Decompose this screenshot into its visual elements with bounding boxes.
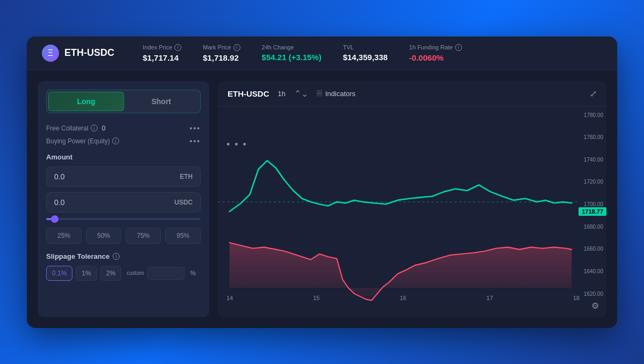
mark-price-stat: Mark Price i $1,718.92 bbox=[203, 44, 240, 62]
pct-75-button[interactable]: 75% bbox=[126, 228, 161, 244]
mark-price-value: $1,718.92 bbox=[203, 53, 240, 62]
index-price-info-icon[interactable]: i bbox=[174, 44, 181, 51]
chart-timeframe[interactable]: 1h bbox=[278, 90, 286, 98]
y-label-1700: 1700.00 bbox=[584, 201, 603, 207]
slippage-info-icon[interactable]: i bbox=[113, 253, 120, 260]
buying-power-row: Buying Power (Equity) i ••• bbox=[46, 137, 201, 145]
slippage-options: 0.1% 1% 2% bbox=[46, 266, 121, 281]
chart-pair: ETH-USDC bbox=[228, 89, 269, 98]
chart-body: • • • bbox=[218, 107, 606, 316]
change-stat: 24h Change $54.21 (+3.15%) bbox=[262, 44, 321, 62]
buying-power-menu[interactable]: ••• bbox=[189, 137, 201, 145]
x-label-16: 16 bbox=[400, 295, 406, 301]
funding-stat: 1h Funding Rate i -0.0060% bbox=[409, 44, 462, 62]
change-label: 24h Change bbox=[262, 44, 321, 50]
x-axis: 14 15 16 17 18 bbox=[226, 295, 580, 301]
slippage-section: Slippage Tolerance i 0.1% 1% 2% custom % bbox=[46, 252, 201, 281]
y-label-1620: 1620.00 bbox=[584, 291, 603, 297]
chart-type-icon[interactable]: ⌃⌄ bbox=[294, 89, 308, 99]
mark-price-info-icon[interactable]: i bbox=[233, 44, 240, 51]
eth-icon: Ξ bbox=[42, 45, 59, 62]
y-label-1720: 1720.00 bbox=[584, 179, 603, 185]
y-label-1740: 1740.00 bbox=[584, 157, 603, 163]
slippage-custom-input[interactable] bbox=[152, 270, 180, 277]
x-label-17: 17 bbox=[486, 295, 493, 301]
free-collateral-label: Free Collateral i 0 bbox=[46, 125, 105, 132]
long-short-toggle: Long Short bbox=[46, 90, 201, 113]
slider-track bbox=[46, 218, 201, 220]
index-price-label: Index Price i bbox=[143, 44, 181, 51]
slippage-header: Slippage Tolerance i bbox=[46, 252, 201, 260]
pct-25-button[interactable]: 25% bbox=[46, 228, 82, 244]
x-label-18: 18 bbox=[573, 295, 580, 301]
change-value: $54.21 (+3.15%) bbox=[262, 53, 321, 62]
app-container: Ξ ETH-USDC Index Price i $1,717.14 Mark … bbox=[27, 37, 617, 328]
slippage-01-button[interactable]: 0.1% bbox=[46, 266, 72, 281]
funding-info-icon[interactable]: i bbox=[455, 44, 462, 51]
tvl-value: $14,359,338 bbox=[343, 53, 387, 62]
indicators-icon: 𝄚 bbox=[317, 89, 322, 98]
free-collateral-menu[interactable]: ••• bbox=[189, 124, 201, 133]
header: Ξ ETH-USDC Index Price i $1,717.14 Mark … bbox=[27, 37, 617, 70]
buying-power-label: Buying Power (Equity) i bbox=[46, 137, 119, 145]
indicators-button[interactable]: 𝄚 Indicators bbox=[317, 89, 355, 98]
y-label-1760: 1760.00 bbox=[584, 134, 603, 140]
eth-input-field[interactable]: ETH bbox=[46, 166, 201, 187]
chart-menu-dots[interactable]: • • • bbox=[226, 139, 247, 150]
slippage-custom-label: custom bbox=[127, 270, 144, 276]
percentage-buttons: 25% 50% 75% 95% bbox=[46, 228, 201, 244]
chart-header: ETH-USDC 1h ⌃⌄ 𝄚 Indicators ⤢ bbox=[218, 81, 606, 107]
mark-price-label: Mark Price i bbox=[203, 44, 240, 51]
pct-95-button[interactable]: 95% bbox=[165, 228, 201, 244]
usdc-input-field[interactable]: USDC bbox=[46, 192, 201, 213]
y-label-1780: 1780.00 bbox=[584, 112, 603, 118]
price-chart bbox=[218, 107, 606, 316]
slippage-1-button[interactable]: 1% bbox=[76, 266, 97, 281]
slippage-pct-symbol: % bbox=[190, 270, 196, 277]
x-label-14: 14 bbox=[226, 295, 233, 301]
buying-power-info-icon[interactable]: i bbox=[112, 137, 119, 144]
index-price-value: $1,717.14 bbox=[143, 53, 181, 62]
tvl-stat: TVL $14,359,338 bbox=[343, 44, 387, 62]
stats-group: Index Price i $1,717.14 Mark Price i $1,… bbox=[143, 44, 602, 62]
pair-info: Ξ ETH-USDC bbox=[42, 45, 117, 62]
short-button[interactable]: Short bbox=[124, 92, 199, 111]
pair-name: ETH-USDC bbox=[64, 47, 114, 59]
free-collateral-row: Free Collateral i 0 ••• bbox=[46, 124, 201, 133]
y-label-1660: 1660.00 bbox=[584, 246, 603, 252]
eth-currency: ETH bbox=[180, 173, 193, 180]
funding-value: -0.0060% bbox=[409, 53, 462, 62]
main-content: Long Short Free Collateral i 0 ••• Buyin… bbox=[27, 70, 617, 328]
slider-thumb[interactable] bbox=[51, 215, 58, 223]
x-label-15: 15 bbox=[313, 295, 319, 301]
chart-panel: ETH-USDC 1h ⌃⌄ 𝄚 Indicators ⤢ • • • bbox=[218, 81, 606, 317]
usdc-input[interactable] bbox=[54, 198, 165, 207]
funding-label: 1h Funding Rate i bbox=[409, 44, 462, 51]
y-label-1680: 1680.00 bbox=[584, 224, 603, 230]
y-label-1640: 1640.00 bbox=[584, 268, 603, 274]
tvl-label: TVL bbox=[343, 44, 387, 50]
amount-slider[interactable] bbox=[46, 218, 201, 220]
slippage-label: Slippage Tolerance bbox=[46, 252, 109, 260]
pct-50-button[interactable]: 50% bbox=[86, 228, 121, 244]
eth-input[interactable] bbox=[54, 172, 165, 181]
free-collateral-value: 0 bbox=[102, 125, 106, 132]
usdc-currency: USDC bbox=[174, 199, 193, 206]
expand-icon[interactable]: ⤢ bbox=[590, 89, 597, 99]
chart-settings-icon[interactable]: ⚙ bbox=[591, 301, 599, 311]
y-axis: 1780.00 1760.00 1740.00 1720.00 1700.00 … bbox=[584, 112, 603, 297]
left-panel: Long Short Free Collateral i 0 ••• Buyin… bbox=[38, 81, 209, 317]
slippage-2-button[interactable]: 2% bbox=[100, 266, 121, 281]
free-collateral-info-icon[interactable]: i bbox=[91, 125, 98, 132]
long-button[interactable]: Long bbox=[48, 92, 124, 111]
amount-section-title: Amount bbox=[46, 153, 201, 161]
indicators-label: Indicators bbox=[325, 90, 355, 98]
index-price-stat: Index Price i $1,717.14 bbox=[143, 44, 181, 62]
